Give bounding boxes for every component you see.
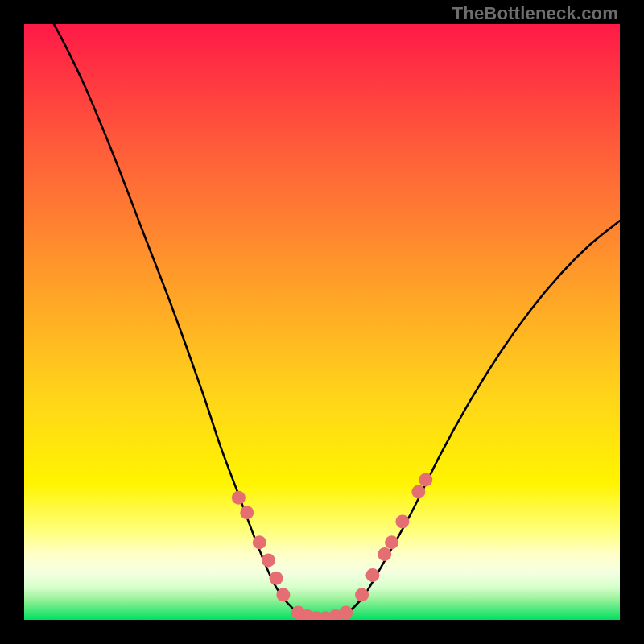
marker-dot <box>355 588 369 601</box>
marker-dot <box>365 568 379 582</box>
marker-dot <box>419 473 432 487</box>
watermark-text: TheBottleneck.com <box>452 3 618 24</box>
bottleneck-curve-path <box>24 24 620 620</box>
marker-dot <box>270 572 283 585</box>
marker-dot <box>395 514 409 528</box>
curve-series <box>24 24 620 620</box>
marker-dot <box>378 547 391 561</box>
plot-area <box>24 24 620 620</box>
marker-dot <box>262 554 275 568</box>
marker-dot <box>411 485 425 498</box>
marker-dot <box>253 535 266 549</box>
marker-dot <box>385 535 398 549</box>
chart-frame: TheBottleneck.com <box>0 0 644 644</box>
marker-dot <box>232 491 246 505</box>
marker-dots <box>232 473 432 620</box>
bottleneck-chart <box>24 24 620 620</box>
marker-dot <box>276 588 290 601</box>
marker-dot <box>339 606 353 620</box>
marker-dot <box>240 506 254 519</box>
